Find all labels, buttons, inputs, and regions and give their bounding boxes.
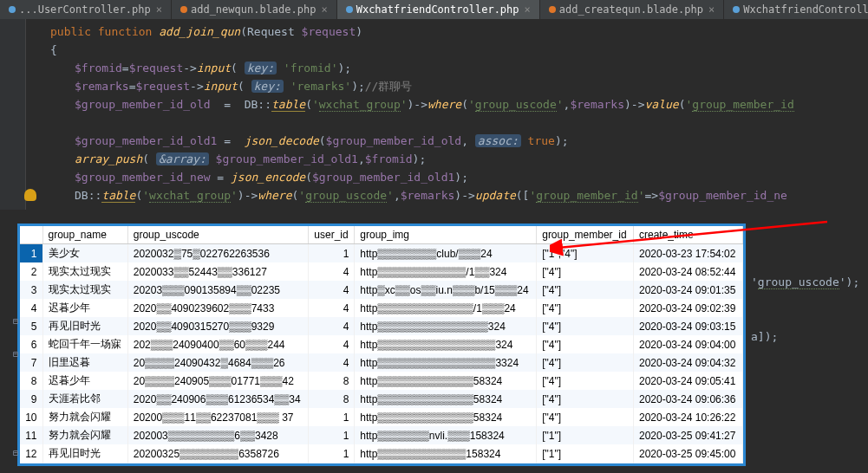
table-cell[interactable]: 2020032▒75▒022762263536 [127, 244, 309, 263]
table-cell[interactable]: 9 [20, 390, 42, 408]
table-cell[interactable]: 6 [20, 335, 42, 353]
table-row[interactable]: 9天涯若比邻2020▒▒240906▒▒▒61236534▒▒348http▒▒… [20, 390, 743, 408]
table-row[interactable]: 5再见旧时光2020▒▒4090315270▒▒▒93294http▒▒▒▒▒▒… [20, 317, 743, 335]
table-cell[interactable]: 7 [20, 353, 42, 372]
table-cell[interactable]: 8 [309, 390, 355, 408]
table-cell[interactable]: ["1"] [537, 463, 634, 466]
table-cell[interactable]: http▒▒▒▒▒▒▒▒▒▒▒▒▒58324 [355, 372, 537, 390]
table-cell[interactable]: 1 [309, 463, 355, 466]
editor-tab[interactable]: WxchatfriendController.php× [724, 0, 868, 19]
table-row[interactable]: 1美少女2020032▒75▒0227622635361http▒▒▒▒▒▒▒▒… [20, 244, 743, 263]
table-cell[interactable]: 2020-03-25 10:03:05 [633, 463, 742, 466]
table-cell[interactable]: 20▒▒▒▒24090432▒4684▒▒▒26 [127, 353, 309, 372]
table-cell[interactable]: http▒▒▒▒▒▒▒▒club/▒▒▒24 [355, 244, 537, 263]
table-cell[interactable]: http▒▒▒▒▒▒▒▒▒▒▒▒158324 [355, 444, 537, 463]
table-cell[interactable]: ["4"] [537, 281, 634, 299]
table-cell[interactable]: 20▒▒▒▒240905▒▒▒01771▒▒▒42 [127, 372, 309, 390]
table-cell[interactable]: 4 [20, 299, 42, 317]
column-header[interactable] [20, 226, 42, 244]
table-cell[interactable]: 202003▒▒▒▒▒▒▒▒▒6▒▒3428 [127, 426, 309, 444]
table-cell[interactable]: 2020▒▒4090239602▒▒▒7433 [127, 299, 309, 317]
table-cell[interactable]: 13 [20, 463, 42, 466]
table-cell[interactable]: 20200325100305572858553042 [127, 463, 309, 466]
table-cell[interactable]: 迟暮少年 [42, 372, 127, 390]
table-cell[interactable]: ["4"] [537, 353, 634, 372]
table-row[interactable]: 7旧里迟暮20▒▒▒▒24090432▒4684▒▒▒264http▒▒▒▒▒▒… [20, 353, 743, 372]
table-cell[interactable]: http▒▒▒▒▒▒▒▒▒▒▒▒▒58324 [355, 390, 537, 408]
table-cell[interactable]: 努力就会闪耀 [42, 426, 127, 444]
table-cell[interactable]: http▒▒▒▒▒▒▒▒▒▒▒▒▒▒▒▒3324 [355, 353, 537, 372]
table-row[interactable]: 12再见旧时光20200325▒▒▒▒▒▒▒▒63587261http▒▒▒▒▒… [20, 444, 743, 463]
table-cell[interactable]: 现实太过现实 [42, 262, 127, 281]
table-row[interactable]: 2现实太过现实2020033▒▒52443▒▒3361274http▒▒▒▒▒▒… [20, 262, 743, 281]
table-cell[interactable]: 20203▒▒▒090135894▒▒02235 [127, 281, 309, 299]
table-cell[interactable]: 4 [309, 262, 355, 281]
table-cell[interactable]: 8 [20, 372, 42, 390]
table-cell[interactable]: 202▒▒▒24090400▒▒60▒▒▒244 [127, 335, 309, 353]
table-cell[interactable]: 2020-03-24 09:05:41 [633, 372, 742, 390]
close-icon[interactable]: × [525, 3, 531, 16]
table-cell[interactable]: 1 [309, 444, 355, 463]
table-cell[interactable]: 4 [309, 299, 355, 317]
table-cell[interactable]: 蛇回千年一场寐 [42, 335, 127, 353]
table-cell[interactable]: 2020-03-24 09:06:36 [633, 390, 742, 408]
table-cell[interactable]: 4 [309, 335, 355, 353]
table-cell[interactable]: http▒▒▒▒▒▒▒▒▒▒▒▒▒▒▒324 [355, 317, 537, 335]
table-cell[interactable]: 8 [309, 372, 355, 390]
fold-icon[interactable]: ⊟ [10, 444, 21, 461]
table-cell[interactable]: 2020-03-25 09:41:27 [633, 426, 742, 444]
close-icon[interactable]: × [708, 3, 715, 16]
table-cell[interactable]: 4 [309, 317, 355, 335]
table-cell[interactable]: 1 [309, 244, 355, 263]
editor-tab[interactable]: add_newqun.blade.php× [172, 0, 337, 19]
table-cell[interactable]: http▒▒▒▒▒▒▒.nvli▒▒▒▒58324 [355, 463, 537, 466]
table-cell[interactable]: 再见旧时光 [42, 317, 127, 335]
table-cell[interactable]: 美少女 [42, 244, 127, 263]
table-cell[interactable]: 2 [20, 262, 42, 281]
table-row[interactable]: 8迟暮少年20▒▒▒▒240905▒▒▒01771▒▒▒428http▒▒▒▒▒… [20, 372, 743, 390]
table-cell[interactable]: ["1","4"] [537, 244, 634, 263]
editor-tab[interactable]: add_createqun.blade.php× [540, 0, 724, 19]
table-cell[interactable]: 旧里迟暮 [42, 353, 127, 372]
table-cell[interactable]: ["4"] [537, 408, 634, 426]
table-cell[interactable]: 4 [309, 353, 355, 372]
table-cell[interactable]: http▒xc▒▒os▒▒iu.n▒▒▒b/15▒▒▒24 [355, 281, 537, 299]
table-cell[interactable]: 2020▒▒240906▒▒▒61236534▒▒34 [127, 390, 309, 408]
table-cell[interactable]: 20200325▒▒▒▒▒▒▒▒6358726 [127, 444, 309, 463]
table-row[interactable]: 6蛇回千年一场寐202▒▒▒24090400▒▒60▒▒▒2444http▒▒▒… [20, 335, 743, 353]
table-cell[interactable]: ["4"] [537, 299, 634, 317]
table-cell[interactable]: ["4"] [537, 390, 634, 408]
table-row[interactable]: 10努力就会闪耀20200▒▒▒11▒▒62237081▒▒▒ 371http▒… [20, 408, 743, 426]
table-cell[interactable]: ["1"] [537, 444, 634, 463]
column-header[interactable]: create_time [633, 226, 742, 244]
code-editor[interactable]: public function add_join_qun(Request $re… [0, 19, 868, 210]
table-cell[interactable]: ["1"] [537, 426, 634, 444]
table-cell[interactable]: 2020-03-25 09:45:00 [633, 444, 742, 463]
column-header[interactable]: user_id [309, 226, 355, 244]
table-cell[interactable]: 努力就会闪耀 [42, 408, 127, 426]
column-header[interactable]: group_uscode [127, 226, 309, 244]
intention-bulb-icon[interactable] [24, 189, 36, 201]
table-row[interactable]: 3现实太过现实20203▒▒▒090135894▒▒022354http▒xc▒… [20, 281, 743, 299]
close-icon[interactable]: × [321, 3, 327, 16]
table-row[interactable]: 4迟暮少年2020▒▒4090239602▒▒▒74334http▒▒▒▒▒▒▒… [20, 299, 743, 317]
table-row[interactable]: 11努力就会闪耀202003▒▒▒▒▒▒▒▒▒6▒▒34281http▒▒▒▒▒… [20, 426, 743, 444]
column-header[interactable]: group_member_id [537, 226, 634, 244]
table-cell[interactable]: 迟暮少年 [42, 299, 127, 317]
table-row[interactable]: 13旧里迟暮202003251003055728585530421http▒▒▒… [20, 463, 743, 466]
table-cell[interactable]: 1 [20, 244, 42, 263]
editor-tab[interactable]: ...UserController.php× [0, 0, 172, 19]
table-cell[interactable]: 20200▒▒▒11▒▒62237081▒▒▒ 37 [127, 408, 309, 426]
table-cell[interactable]: 2020-03-24 09:04:00 [633, 335, 742, 353]
close-icon[interactable]: × [156, 3, 162, 16]
table-cell[interactable]: http▒▒▒▒▒▒▒▒▒▒▒▒▒▒▒▒324 [355, 335, 537, 353]
table-cell[interactable]: 天涯若比邻 [42, 390, 127, 408]
table-cell[interactable]: ["4"] [537, 317, 634, 335]
table-cell[interactable]: 3 [20, 281, 42, 299]
table-cell[interactable]: 2020033▒▒52443▒▒336127 [127, 262, 309, 281]
table-cell[interactable]: 12 [20, 444, 42, 463]
table-cell[interactable]: 2020-03-24 09:04:32 [633, 353, 742, 372]
table-cell[interactable]: http▒▒▒▒▒▒▒nvli.▒▒▒158324 [355, 426, 537, 444]
table-cell[interactable]: http▒▒▒▒▒▒▒▒▒▒▒▒▒58324 [355, 408, 537, 426]
table-cell[interactable]: 10 [20, 408, 42, 426]
